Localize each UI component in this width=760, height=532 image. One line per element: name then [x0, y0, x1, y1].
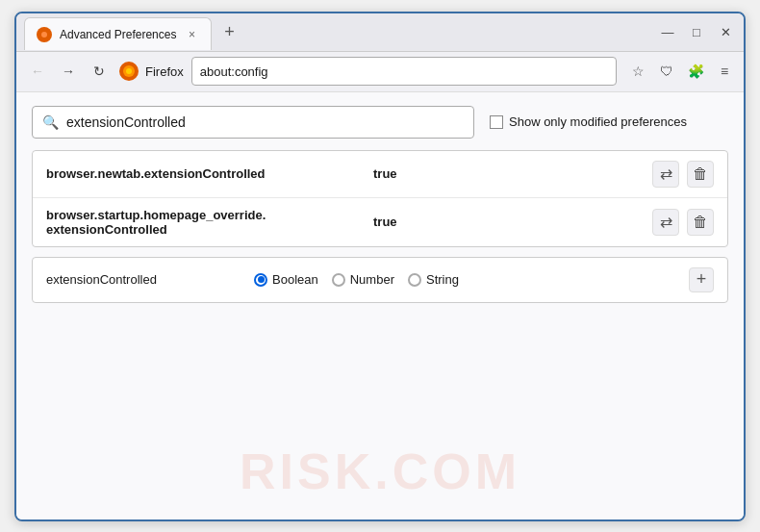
- address-bar[interactable]: about:config: [191, 57, 617, 86]
- watermark: RISK.COM: [240, 443, 520, 500]
- number-radio-option[interactable]: Number: [332, 272, 394, 287]
- browser-window: Advanced Preferences × + — □ ✕ ← → ↻ Fir…: [14, 12, 746, 521]
- reload-button[interactable]: ↻: [86, 58, 113, 85]
- boolean-radio-option[interactable]: Boolean: [254, 272, 318, 287]
- window-controls: — □ ✕: [657, 21, 736, 42]
- toggle-button-1[interactable]: ⇄: [652, 161, 679, 188]
- delete-button-1[interactable]: 🗑: [687, 161, 714, 188]
- title-bar: Advanced Preferences × + — □ ✕: [16, 13, 744, 52]
- shield-icon[interactable]: 🛡: [655, 60, 678, 83]
- results-table: browser.newtab.extensionControlled true …: [32, 150, 728, 247]
- firefox-logo-icon: [118, 61, 139, 82]
- number-radio-label: Number: [350, 272, 394, 287]
- row-1-actions: ⇄ 🗑: [652, 161, 714, 188]
- string-radio-circle[interactable]: [408, 273, 421, 287]
- pref-name-2: browser.startup.homepage_override. exten…: [46, 208, 373, 237]
- pref-name-1: browser.newtab.extensionControlled: [46, 166, 373, 181]
- minimize-button[interactable]: —: [657, 21, 678, 42]
- window-close-button[interactable]: ✕: [715, 21, 736, 42]
- back-button[interactable]: ←: [24, 58, 51, 85]
- delete-button-2[interactable]: 🗑: [687, 209, 714, 236]
- new-tab-button[interactable]: +: [215, 18, 242, 45]
- menu-icon[interactable]: ≡: [713, 60, 736, 83]
- table-row[interactable]: browser.newtab.extensionControlled true …: [33, 151, 727, 198]
- bookmark-icon[interactable]: ☆: [626, 60, 649, 83]
- search-input-value: extensionControlled: [66, 114, 186, 130]
- address-text: about:config: [200, 64, 268, 79]
- add-pref-row: extensionControlled Boolean Number Strin…: [32, 257, 728, 303]
- toggle-button-2[interactable]: ⇄: [652, 209, 679, 236]
- new-pref-name: extensionControlled: [46, 272, 239, 287]
- nav-bar: ← → ↻ Firefox about:config ☆ 🛡 🧩 ≡: [16, 52, 744, 92]
- show-modified-checkbox-row[interactable]: Show only modified preferences: [490, 114, 687, 129]
- number-radio-circle[interactable]: [332, 273, 345, 287]
- content-area: RISK.COM 🔍 extensionControlled Show only…: [16, 92, 744, 519]
- pref-name-2-line1: browser.startup.homepage_override.: [46, 208, 266, 222]
- maximize-button[interactable]: □: [686, 21, 707, 42]
- nav-icons: ☆ 🛡 🧩 ≡: [626, 60, 736, 83]
- pref-value-1: true: [373, 166, 652, 181]
- search-icon: 🔍: [42, 114, 59, 130]
- forward-button[interactable]: →: [55, 58, 82, 85]
- table-row[interactable]: browser.startup.homepage_override. exten…: [33, 198, 727, 246]
- type-radio-group: Boolean Number String: [254, 272, 459, 287]
- string-radio-label: String: [426, 272, 459, 287]
- browser-tab[interactable]: Advanced Preferences ×: [24, 17, 212, 50]
- browser-name-label: Firefox: [145, 64, 184, 79]
- show-modified-label: Show only modified preferences: [509, 114, 687, 129]
- pref-name-2-line2: extensionControlled: [46, 222, 167, 237]
- search-row: 🔍 extensionControlled Show only modified…: [32, 106, 728, 139]
- add-pref-button[interactable]: +: [689, 267, 714, 292]
- boolean-radio-circle[interactable]: [254, 273, 267, 287]
- string-radio-option[interactable]: String: [408, 272, 459, 287]
- boolean-radio-label: Boolean: [272, 272, 318, 287]
- show-modified-checkbox[interactable]: [490, 115, 503, 129]
- extension-icon[interactable]: 🧩: [684, 60, 707, 83]
- row-2-actions: ⇄ 🗑: [652, 209, 714, 236]
- svg-point-2: [126, 68, 132, 74]
- firefox-tab-icon: [37, 27, 52, 42]
- pref-value-2: true: [373, 215, 652, 229]
- search-box[interactable]: 🔍 extensionControlled: [32, 106, 474, 139]
- tab-close-button[interactable]: ×: [184, 27, 199, 42]
- tab-title: Advanced Preferences: [60, 28, 176, 41]
